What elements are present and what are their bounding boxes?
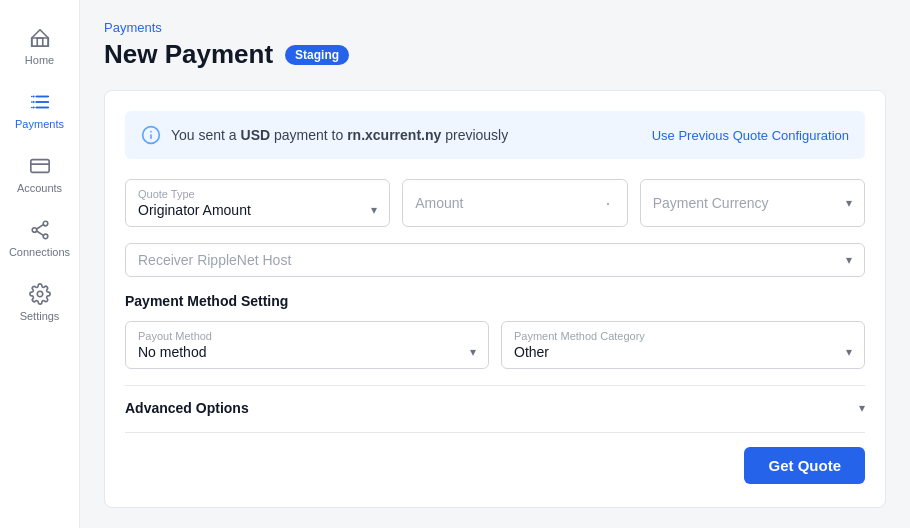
form-row-receiver: Receiver RippleNet Host ▾: [125, 243, 865, 277]
page-header: New Payment Staging: [104, 39, 886, 70]
quote-type-inner: Originator Amount ▾: [138, 202, 377, 218]
amount-inner: Amount ·: [415, 193, 614, 214]
sidebar-item-settings[interactable]: Settings: [4, 272, 76, 332]
home-icon: [28, 26, 52, 50]
page-title: New Payment: [104, 39, 273, 70]
payment-method-category-inner: Other ▾: [514, 344, 852, 360]
payment-method-category-chevron-icon: ▾: [846, 345, 852, 359]
amount-separator: ·: [606, 193, 611, 214]
svg-point-1: [32, 95, 34, 97]
sidebar-label-accounts: Accounts: [17, 182, 62, 194]
quote-type-field[interactable]: Quote Type Originator Amount ▾: [125, 179, 390, 227]
svg-rect-0: [31, 38, 48, 46]
payout-method-chevron-icon: ▾: [470, 345, 476, 359]
svg-point-2: [32, 101, 34, 103]
payout-method-value: No method: [138, 344, 206, 360]
payment-currency-inner: Payment Currency ▾: [653, 195, 852, 211]
sidebar-item-home[interactable]: Home: [4, 16, 76, 76]
sidebar-label-payments: Payments: [15, 118, 64, 130]
payout-method-label: Payout Method: [138, 330, 476, 342]
sidebar: Home Payments Accounts: [0, 0, 80, 528]
payout-method-inner: No method ▾: [138, 344, 476, 360]
payment-method-title: Payment Method Setting: [125, 293, 865, 309]
accounts-icon: [28, 154, 52, 178]
svg-point-14: [37, 291, 43, 297]
staging-badge: Staging: [285, 45, 349, 65]
amount-placeholder: Amount: [415, 195, 463, 211]
form-row-payout: Payout Method No method ▾ Payment Method…: [125, 321, 865, 369]
payment-currency-field[interactable]: Payment Currency ▾: [640, 179, 865, 227]
svg-point-3: [32, 106, 34, 108]
sidebar-item-payments[interactable]: Payments: [4, 80, 76, 140]
payments-icon: [28, 90, 52, 114]
quote-type-label: Quote Type: [138, 188, 377, 200]
settings-icon: [28, 282, 52, 306]
get-quote-button[interactable]: Get Quote: [744, 447, 865, 484]
payout-method-field[interactable]: Payout Method No method ▾: [125, 321, 489, 369]
receiver-placeholder: Receiver RippleNet Host: [138, 252, 291, 268]
use-previous-config-link[interactable]: Use Previous Quote Configuration: [652, 128, 849, 143]
svg-point-9: [43, 221, 48, 226]
receiver-chevron-icon: ▾: [846, 253, 852, 267]
form-row-quote: Quote Type Originator Amount ▾ Amount · …: [125, 179, 865, 227]
payment-method-category-value: Other: [514, 344, 549, 360]
sidebar-item-accounts[interactable]: Accounts: [4, 144, 76, 204]
payment-method-section: Payment Method Setting Payout Method No …: [125, 293, 865, 369]
quote-type-value: Originator Amount: [138, 202, 251, 218]
info-circle-icon: [141, 125, 161, 145]
currency-text: USD: [241, 127, 271, 143]
svg-line-13: [36, 231, 43, 235]
svg-point-11: [43, 234, 48, 239]
recipient-text: rn.xcurrent.ny: [347, 127, 441, 143]
sidebar-label-home: Home: [25, 54, 54, 66]
card-footer: Get Quote: [125, 432, 865, 484]
payment-card: You sent a USD payment to rn.xcurrent.ny…: [104, 90, 886, 508]
advanced-options-toggle[interactable]: Advanced Options ▾: [125, 385, 865, 416]
payment-currency-placeholder: Payment Currency: [653, 195, 769, 211]
info-banner-left: You sent a USD payment to rn.xcurrent.ny…: [141, 125, 508, 145]
info-banner-text: You sent a USD payment to rn.xcurrent.ny…: [171, 127, 508, 143]
advanced-options-label: Advanced Options: [125, 400, 249, 416]
info-banner: You sent a USD payment to rn.xcurrent.ny…: [125, 111, 865, 159]
payment-method-category-label: Payment Method Category: [514, 330, 852, 342]
quote-type-chevron-icon: ▾: [371, 203, 377, 217]
payment-method-category-field[interactable]: Payment Method Category Other ▾: [501, 321, 865, 369]
advanced-options-chevron-icon: ▾: [859, 401, 865, 415]
svg-line-12: [36, 225, 43, 229]
receiver-field[interactable]: Receiver RippleNet Host ▾: [125, 243, 865, 277]
receiver-inner: Receiver RippleNet Host ▾: [138, 252, 852, 268]
connections-icon: [28, 218, 52, 242]
sidebar-item-connections[interactable]: Connections: [4, 208, 76, 268]
breadcrumb[interactable]: Payments: [104, 20, 886, 35]
payment-currency-chevron-icon: ▾: [846, 196, 852, 210]
sidebar-label-settings: Settings: [20, 310, 60, 322]
svg-rect-7: [30, 160, 48, 173]
amount-field[interactable]: Amount ·: [402, 179, 627, 227]
main-content: Payments New Payment Staging You sent a …: [80, 0, 910, 528]
svg-point-10: [32, 228, 37, 233]
sidebar-label-connections: Connections: [9, 246, 70, 258]
